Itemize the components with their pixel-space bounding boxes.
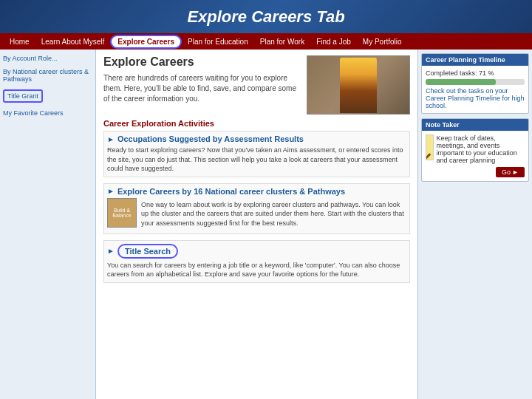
sidebar-favorite-careers-section: My Favorite Careers	[3, 109, 92, 117]
sidebar-by-national: By National career clusters & Pathways	[3, 67, 92, 83]
notes-go-row: Go ►	[426, 167, 525, 177]
sidebar-title-grant-link[interactable]: Title Grant	[3, 89, 43, 103]
sidebar-by-account: By Account Role...	[3, 54, 92, 63]
pencil-icon	[426, 153, 431, 160]
note-icon	[426, 134, 434, 160]
header-title: Explore Careers Tab	[187, 7, 344, 27]
right-sidebar: Career Planning Timeline Completed tasks…	[417, 50, 532, 399]
nav-learn-about-myself[interactable]: Learn About Myself	[35, 36, 111, 47]
activity-assessment-desc: Ready to start exploring careers? Now th…	[107, 146, 406, 174]
timeline-widget: Career Planning Timeline Completed tasks…	[421, 53, 529, 114]
arrow-icon-2: ►	[107, 187, 115, 195]
sidebar-by-national-link[interactable]: By National career clusters & Pathways	[3, 67, 92, 83]
arrow-icon-1: ►	[107, 135, 115, 143]
timeline-link[interactable]: Check out the tasks on your Career Plann…	[426, 87, 525, 109]
title-search-label[interactable]: Title Search	[117, 244, 178, 259]
activity-clusters: ► Explore Careers by 16 National career …	[103, 183, 410, 234]
notes-widget-header: Note Taker	[422, 119, 528, 131]
notes-widget-body: Keep track of dates, meetings, and event…	[422, 131, 528, 181]
activity-assessment-title[interactable]: ► Occupations Suggested by Assessment Re…	[107, 134, 406, 143]
timeline-widget-body: Completed tasks: 71 % Check out the task…	[422, 66, 528, 113]
nav-find-a-job[interactable]: Find a Job	[310, 36, 357, 47]
left-sidebar: By Account Role... By National career cl…	[0, 50, 96, 399]
activity-clusters-title[interactable]: ► Explore Careers by 16 National career …	[107, 187, 406, 196]
notes-content-row: Keep track of dates, meetings, and event…	[426, 134, 525, 164]
completed-tasks-label: Completed tasks: 71 %	[426, 69, 525, 77]
activity-clusters-desc: One way to learn about work is by explor…	[141, 200, 406, 231]
main-content: Explore Careers There are hundreds of ca…	[96, 50, 417, 399]
nav-plan-for-work[interactable]: Plan for Work	[254, 36, 310, 47]
hero-image	[307, 55, 410, 115]
page-header: Explore Careers Tab	[0, 0, 532, 33]
nav-plan-for-education[interactable]: Plan for Education	[182, 36, 254, 47]
notes-go-button[interactable]: Go ►	[496, 167, 525, 177]
activities-header: Career Exploration Activities	[103, 119, 410, 128]
main-container: By Account Role... By National career cl…	[0, 50, 532, 399]
activity-assessment: ► Occupations Suggested by Assessment Re…	[103, 131, 410, 177]
sidebar-favorite-careers-link[interactable]: My Favorite Careers	[3, 109, 92, 117]
nav-home[interactable]: Home	[4, 36, 35, 47]
sidebar-by-account-link[interactable]: By Account Role...	[3, 54, 92, 63]
progress-bar-bg	[426, 79, 525, 85]
notes-widget: Note Taker Keep track of dates, meetings…	[421, 118, 529, 182]
progress-bar-fill	[426, 79, 496, 85]
hero-person-figure	[340, 58, 377, 113]
notes-desc: Keep track of dates, meetings, and event…	[437, 134, 525, 164]
arrow-icon-3: ►	[107, 247, 115, 255]
navigation-bar: Home Learn About Myself Explore Careers …	[0, 33, 532, 50]
nav-explore-careers[interactable]: Explore Careers	[110, 35, 182, 49]
go-arrow-icon: ►	[512, 168, 519, 176]
nav-my-portfolio[interactable]: My Portfolio	[357, 36, 408, 47]
activity-title-search-desc: You can search for careers by entering a…	[107, 261, 406, 279]
activity-title-search: ► Title Search You can search for career…	[103, 240, 410, 283]
activity-title-search-title[interactable]: ► Title Search	[107, 244, 406, 259]
activity-thumb-image: Build & Balance	[107, 198, 137, 228]
sidebar-title-grant-section: Title Grant	[3, 88, 92, 104]
activity-clusters-body: Build & Balance One way to learn about w…	[107, 198, 406, 231]
timeline-widget-header: Career Planning Timeline	[422, 54, 528, 66]
